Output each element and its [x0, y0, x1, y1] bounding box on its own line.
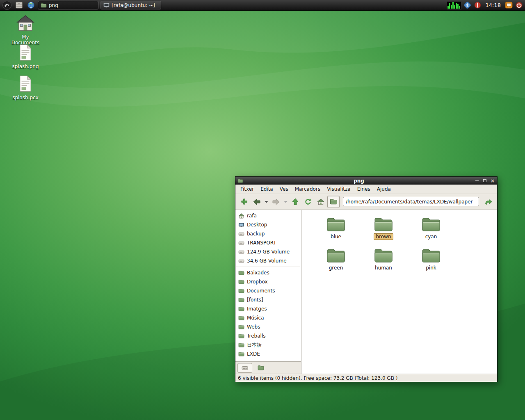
directory-tree-toggle[interactable] — [253, 363, 268, 373]
file-manager-launcher[interactable] — [14, 0, 24, 10]
sidebar-bookmark-webs[interactable]: Webs — [235, 322, 301, 331]
sidebar-bookmark-baixades[interactable]: Baixades — [235, 268, 301, 277]
tray-blue-icon[interactable] — [463, 1, 472, 9]
folder-icon — [258, 365, 264, 370]
file-item-green[interactable]: green — [312, 247, 360, 278]
place-label: TRANSPORT — [247, 240, 276, 246]
screen-lock-button[interactable] — [504, 1, 513, 9]
file-item-pink[interactable]: pink — [407, 247, 455, 278]
sidebar-bookmark-fonts[interactable]: [fonts] — [235, 295, 301, 304]
home-icon — [317, 199, 324, 205]
status-bar: 6 visible items (0 hidden), Free space: … — [235, 374, 497, 382]
sidebar-place-rafa[interactable]: rafa — [235, 211, 301, 220]
back-button[interactable] — [251, 196, 263, 208]
file-manager-icon — [15, 1, 23, 9]
side-pane: rafa Desktop backup TRANSPORT 124,9 GB V… — [235, 210, 301, 374]
bookmark-label: Treballs — [247, 333, 266, 339]
sidebar-separator — [236, 267, 300, 267]
web-browser-launcher[interactable] — [26, 0, 36, 10]
cpu-monitor-applet[interactable] — [447, 1, 461, 9]
folder-icon — [41, 3, 47, 8]
maximize-button[interactable] — [482, 178, 487, 183]
menu-fitxer[interactable]: Fitxer — [237, 185, 257, 193]
bookmark-label: [fonts] — [247, 297, 263, 303]
folder-icon — [421, 247, 441, 263]
file-item-brown[interactable]: brown — [360, 216, 407, 247]
sidebar-bookmark-treballs[interactable]: Treballs — [235, 331, 301, 340]
file-item-human[interactable]: human — [360, 247, 407, 278]
up-button[interactable] — [289, 196, 301, 208]
terminal-icon — [103, 2, 110, 8]
menu-marcadors[interactable]: Marcadors — [292, 185, 324, 193]
close-button[interactable]: × — [490, 178, 495, 183]
forward-history-dropdown[interactable] — [283, 196, 289, 208]
folder-icon — [237, 178, 243, 183]
file-label: brown — [374, 233, 393, 240]
bookmark-label: Dropbox — [247, 279, 268, 285]
sidebar-bookmark-imatges[interactable]: Imatges — [235, 304, 301, 313]
chevron-down-icon — [284, 201, 288, 203]
drive-icon — [238, 241, 244, 245]
lxde-menu-button[interactable] — [2, 0, 12, 10]
folder-icon — [374, 216, 393, 232]
minimize-button[interactable] — [475, 178, 479, 183]
menu-edita[interactable]: Edita — [257, 185, 276, 193]
file-label: pink — [424, 265, 438, 271]
taskbar-item-label: png — [49, 2, 58, 8]
menu-ves[interactable]: Ves — [276, 185, 292, 193]
bookmark-label: Documents — [247, 288, 275, 294]
file-list-view[interactable]: blue brown cyan green human pink — [301, 210, 497, 374]
sidebar-place-desktop[interactable]: Desktop — [235, 220, 301, 229]
drive-icon — [242, 365, 248, 370]
taskbar-item-png[interactable]: png — [38, 1, 98, 9]
new-tab-button[interactable] — [238, 196, 250, 208]
open-folder-button[interactable] — [327, 196, 340, 208]
path-input[interactable] — [343, 197, 479, 206]
place-label: Desktop — [247, 222, 267, 228]
arrow-right-icon — [272, 199, 280, 205]
folder-icon — [238, 279, 244, 284]
folder-icon — [238, 270, 244, 275]
file-manager-window: png × Fitxer Edita Ves Marcadors Visuali… — [235, 176, 498, 382]
toolbar — [235, 194, 497, 210]
file-item-cyan[interactable]: cyan — [407, 216, 455, 247]
arrow-left-icon — [253, 199, 260, 205]
menu-ajuda[interactable]: Ajuda — [374, 185, 394, 193]
forward-button[interactable] — [270, 196, 282, 208]
image-file-icon — [19, 75, 32, 92]
desktop-icon-my-documents[interactable]: My Documents — [7, 15, 43, 46]
desktop-icon-splash-png[interactable]: splash.png — [7, 44, 43, 69]
logout-button[interactable] — [515, 1, 523, 9]
menu-visualitza[interactable]: Visualitza — [324, 185, 354, 193]
panel-clock[interactable]: 14:18 — [484, 2, 502, 8]
taskbar-item-terminal[interactable]: [rafa@ubuntu: ~] — [100, 1, 161, 9]
file-item-blue[interactable]: blue — [312, 216, 360, 247]
sidebar-bookmark-musica[interactable]: Música — [235, 313, 301, 322]
desktop-icon-label: splash.png — [7, 64, 43, 69]
updates-icon[interactable] — [474, 1, 482, 9]
home-icon — [238, 213, 244, 219]
sidebar-place-volume-124[interactable]: 124,9 GB Volume — [235, 247, 301, 256]
desktop-icon — [238, 222, 244, 228]
image-file-icon — [19, 44, 32, 61]
go-jump-button[interactable] — [482, 196, 495, 208]
back-history-dropdown[interactable] — [263, 196, 269, 208]
sidebar-place-transport[interactable]: TRANSPORT — [235, 238, 301, 247]
menu-eines[interactable]: Eines — [354, 185, 374, 193]
folder-icon — [374, 247, 393, 263]
sidebar-bookmark-lxde[interactable]: LXDE — [235, 349, 301, 358]
web-browser-icon — [27, 1, 35, 9]
sidebar-bookmark-documents[interactable]: Documents — [235, 286, 301, 295]
side-pane-mode-bar — [235, 361, 301, 374]
status-text: 6 visible items (0 hidden), Free space: … — [238, 375, 397, 381]
refresh-button[interactable] — [302, 196, 314, 208]
sidebar-place-backup[interactable]: backup — [235, 229, 301, 238]
desktop-icon-splash-pcx[interactable]: splash.pcx — [7, 75, 43, 100]
places-view-toggle[interactable] — [237, 363, 252, 373]
home-button[interactable] — [315, 196, 327, 208]
sidebar-bookmark-dropbox[interactable]: Dropbox — [235, 277, 301, 286]
home-folder-icon — [16, 15, 35, 31]
window-titlebar[interactable]: png × — [235, 177, 497, 185]
sidebar-place-volume-34[interactable]: 34,6 GB Volume — [235, 256, 301, 265]
sidebar-bookmark-japanese[interactable]: 日本語 — [235, 340, 301, 349]
